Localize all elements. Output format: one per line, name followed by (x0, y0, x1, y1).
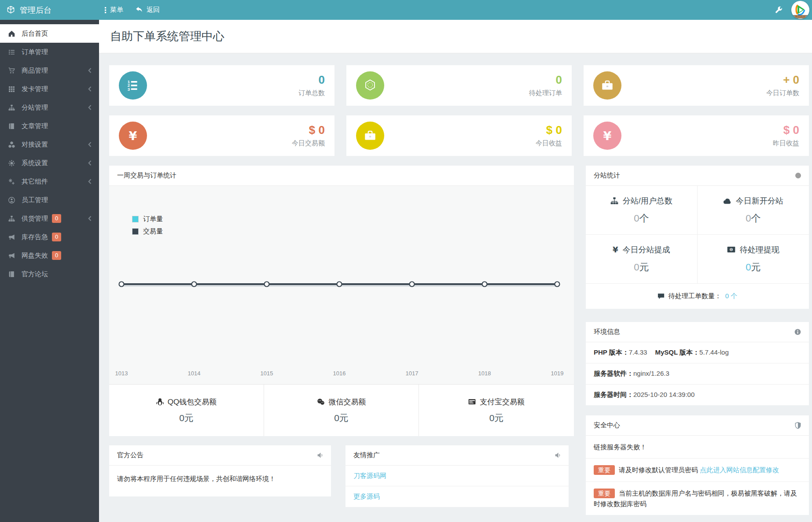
sidebar-item-staff[interactable]: 员工管理 (0, 191, 99, 209)
sidebar-item-label: 后台首页 (22, 30, 48, 38)
yen-icon: ¥ (593, 122, 621, 150)
home-icon (8, 30, 15, 37)
tencent-video-logo[interactable]: 腾讯视频 (791, 1, 809, 19)
cloud-icon (723, 197, 731, 204)
config-link[interactable]: 点此进入网站信息配置修改 (700, 466, 779, 474)
sidebar-item-stock-alert[interactable]: 库存告急 0 (0, 228, 99, 246)
branch-cell-label: 分站/用户总数 (623, 196, 672, 206)
menu-toggle[interactable]: 菜单 (105, 6, 123, 14)
logo-caption: 腾讯视频 (791, 15, 809, 19)
stat-value: 0 (529, 74, 562, 85)
chevron-left-icon (88, 179, 92, 184)
sitemap-icon (8, 104, 15, 111)
stat-label: 今日订单数 (766, 89, 799, 97)
chart-footer: QQ钱包交易额 0元 微信交易额 0元 (109, 384, 574, 436)
stat-card-today-orders: + 0 今日订单数 (584, 65, 809, 106)
legend-label: 交易量 (143, 227, 163, 236)
environment-panel: 环境信息 PHP 版本：7.4.33MySQL 版本：5.7.44-log 服务… (586, 322, 809, 405)
announcement-panel: 官方公告 请勿将本程序用于任何违规场景，共创和谐网络环境！ (109, 445, 331, 496)
branch-cell-today-commission: ¥ 今日分站提成 0元 (586, 235, 698, 284)
stats-grid: 123 0 订单总数 0 待处理订单 (109, 65, 809, 156)
svg-text:0: 0 (730, 248, 732, 251)
book-icon (8, 123, 15, 130)
wallet-label: QQ钱包交易额 (168, 397, 217, 407)
credit-card-icon (468, 398, 476, 405)
ellipsis-v-icon (105, 7, 107, 13)
security-alert: 链接服务器失败！ (586, 436, 809, 459)
sidebar-item-orders[interactable]: 订单管理 (0, 43, 99, 61)
svg-text:1019: 1019 (551, 370, 564, 377)
sidebar-item-products[interactable]: 商品管理 (0, 61, 99, 80)
svg-text:1016: 1016 (333, 370, 346, 377)
security-item-db-password: 重要当前主机的数据库用户名与密码相同，极易被黑客破解，请及时修改数据库密码 (586, 482, 809, 515)
back-button[interactable]: 返回 (136, 6, 160, 14)
comment-icon (658, 293, 665, 300)
brand[interactable]: 管理后台 (0, 5, 99, 15)
yen-icon: ¥ (613, 245, 618, 254)
stat-label: 订单总数 (298, 89, 325, 97)
branch-cell-value: 0 (746, 213, 751, 224)
branch-stats-panel: 分站统计 分站/用户总数 0个 (586, 166, 809, 309)
legend-item-orders[interactable]: 订单量 (132, 215, 163, 223)
hexagon-icon (356, 71, 384, 100)
stat-value: $ 0 (292, 124, 325, 136)
weekly-chart-panel: 一周交易与订单统计 订单量 交易量 (109, 166, 574, 436)
sidebar-item-home[interactable]: 后台首页 (0, 24, 99, 43)
briefcase-icon (356, 122, 384, 150)
wrench-icon[interactable] (775, 6, 783, 14)
sidebar-item-official-forum[interactable]: 官方论坛 (0, 265, 99, 283)
stat-label: 待处理订单 (529, 89, 562, 97)
security-text: 请及时修改默认管理员密码 (619, 466, 700, 474)
sidebar-item-label: 商品管理 (22, 67, 48, 75)
legend-label: 订单量 (143, 215, 163, 223)
bullhorn-icon (8, 252, 15, 259)
sidebar-item-other-components[interactable]: 其它组件 (0, 172, 99, 191)
cube-logo-icon (7, 6, 15, 14)
sidebar-item-substations[interactable]: 分站管理 (0, 98, 99, 117)
line-chart: 1013101410151016101710181019 (109, 186, 574, 384)
important-badge: 重要 (594, 489, 615, 498)
bullhorn-icon (8, 234, 15, 241)
gear-icon (8, 160, 15, 167)
chevron-left-icon (88, 142, 92, 147)
security-item-admin-password: 重要请及时修改默认管理员密码 点此进入网站信息配置修改 (586, 459, 809, 482)
promo-link[interactable]: 更多源码 (345, 486, 569, 507)
sidebar-item-supply[interactable]: 供货管理 0 (0, 209, 99, 228)
branch-cell-unit: 元 (639, 262, 649, 273)
env-row-server-time: 服务器时间：2025-10-20 14:39:00 (586, 385, 809, 405)
legend-swatch (132, 216, 139, 222)
briefcase-icon (593, 71, 621, 100)
promo-link[interactable]: 刀客源码网 (345, 466, 569, 486)
chevron-left-icon (88, 216, 92, 221)
chart-panel-header: 一周交易与订单统计 (109, 166, 574, 186)
sidebar-item-articles[interactable]: 文章管理 (0, 117, 99, 135)
svg-text:3: 3 (128, 87, 130, 92)
sidebar-item-netdisk-invalid[interactable]: 网盘失效 0 (0, 246, 99, 265)
count-badge: 0 (52, 214, 61, 223)
branch-title: 分站统计 (594, 171, 620, 180)
pending-tickets-label: 待处理工单数量： (669, 292, 721, 300)
legend-item-volume[interactable]: 交易量 (132, 227, 163, 236)
branch-cell-label: 今日新开分站 (736, 196, 783, 206)
sidebar-item-label: 分站管理 (22, 104, 48, 112)
pending-tickets-row: 待处理工单数量： 0 个 (586, 284, 809, 309)
branch-cell-value: 0 (746, 262, 751, 273)
page-header: 自助下单系统管理中心 (99, 20, 812, 53)
brand-title: 管理后台 (20, 5, 51, 15)
sidebar-item-cards[interactable]: 发卡管理 (0, 80, 99, 98)
stat-label: 今日收益 (536, 139, 562, 148)
sidebar-item-label: 其它组件 (22, 178, 48, 186)
sidebar-item-label: 对接设置 (22, 141, 48, 149)
right-column: 分站统计 分站/用户总数 0个 (586, 166, 809, 515)
page-title: 自助下单系统管理中心 (110, 29, 224, 44)
qq-icon (156, 398, 164, 406)
gears-icon (8, 178, 15, 185)
list-ol-icon: 123 (119, 71, 147, 100)
sidebar-item-docking[interactable]: 对接设置 (0, 135, 99, 154)
sidebar-item-label: 供货管理 (22, 215, 48, 223)
branch-cell-unit: 个 (639, 213, 649, 224)
sidebar-item-system-settings[interactable]: 系统设置 (0, 154, 99, 172)
back-label: 返回 (147, 6, 160, 14)
stat-card-total-orders: 123 0 订单总数 (109, 65, 334, 106)
stat-card-today-profit: $ 0 今日收益 (346, 115, 572, 156)
